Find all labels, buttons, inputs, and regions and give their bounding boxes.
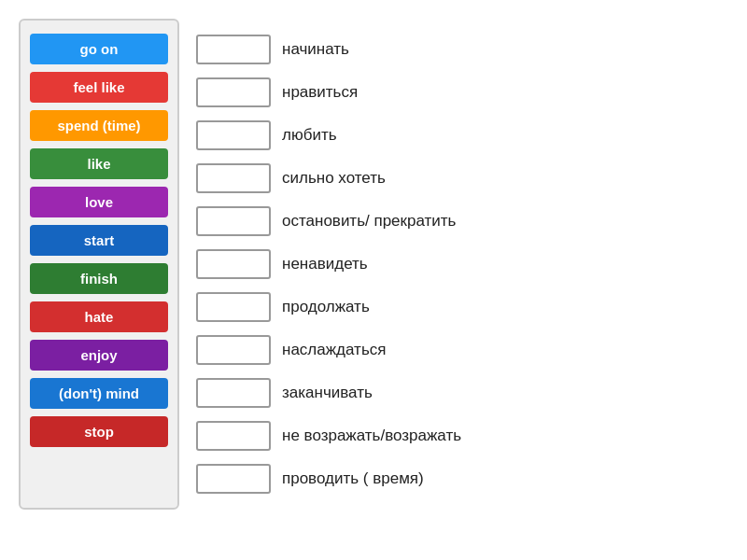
match-input-10[interactable]	[196, 464, 271, 494]
word-button-love[interactable]: love	[30, 187, 168, 217]
match-label-2: любить	[282, 126, 337, 145]
match-row: не возражать/возражать	[196, 418, 728, 454]
match-row: заканчивать	[196, 375, 728, 411]
word-button-dont-mind[interactable]: (don't) mind	[30, 378, 168, 409]
left-panel: go onfeel likespend (time)likelovestartf…	[19, 19, 179, 510]
match-row: наслаждаться	[196, 332, 728, 368]
match-input-2[interactable]	[196, 120, 271, 150]
match-label-9: не возражать/возражать	[282, 427, 461, 445]
word-button-finish[interactable]: finish	[30, 263, 168, 294]
match-label-3: сильно хотеть	[282, 169, 386, 188]
match-input-1[interactable]	[196, 77, 271, 107]
word-button-like[interactable]: like	[30, 148, 168, 179]
match-row: сильно хотеть	[196, 161, 728, 196]
match-row: нравиться	[196, 75, 728, 110]
match-row: ненавидеть	[196, 246, 728, 282]
match-input-0[interactable]	[196, 35, 271, 64]
word-button-hate[interactable]: hate	[30, 301, 168, 332]
word-button-spend-time[interactable]: spend (time)	[30, 110, 168, 141]
word-button-start[interactable]: start	[30, 225, 168, 256]
match-input-8[interactable]	[196, 378, 271, 408]
match-input-5[interactable]	[196, 249, 271, 279]
match-label-1: нравиться	[282, 83, 358, 102]
match-input-4[interactable]	[196, 206, 271, 236]
match-input-3[interactable]	[196, 163, 271, 193]
main-container: go onfeel likespend (time)likelovestartf…	[19, 19, 728, 510]
word-button-stop[interactable]: stop	[30, 416, 168, 447]
match-input-9[interactable]	[196, 421, 271, 451]
match-label-8: заканчивать	[282, 384, 373, 402]
match-label-4: остановить/ прекратить	[282, 212, 456, 231]
match-row: продолжать	[196, 289, 728, 325]
match-label-0: начинать	[282, 40, 349, 59]
word-button-feel-like[interactable]: feel like	[30, 72, 168, 103]
match-row: остановить/ прекратить	[196, 203, 728, 239]
match-row: начинать	[196, 32, 728, 67]
right-panel: начинатьнравитьсялюбитьсильно хотетьоста…	[179, 19, 728, 510]
word-button-enjoy[interactable]: enjoy	[30, 340, 168, 371]
match-label-5: ненавидеть	[282, 255, 368, 273]
match-input-6[interactable]	[196, 292, 271, 322]
match-input-7[interactable]	[196, 335, 271, 365]
match-label-6: продолжать	[282, 298, 370, 316]
word-button-go-on[interactable]: go on	[30, 34, 168, 64]
match-row: любить	[196, 118, 728, 153]
match-label-7: наслаждаться	[282, 341, 386, 359]
match-label-10: проводить ( время)	[282, 469, 424, 488]
match-row: проводить ( время)	[196, 461, 728, 497]
